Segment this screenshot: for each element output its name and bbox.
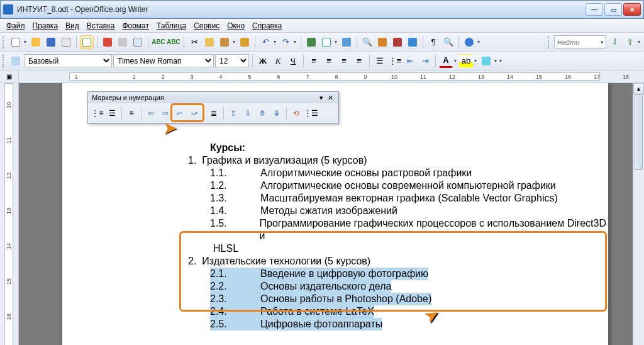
sublist-text: Цифровые фотоаппараты [260, 318, 382, 331]
bn-demote-button[interactable]: ⇨ [158, 106, 172, 120]
find-next-button[interactable]: ⇩ [608, 35, 621, 49]
menu-window[interactable]: Окно [223, 20, 248, 31]
toolbar-handle[interactable] [3, 36, 6, 48]
align-center-button[interactable]: ≡ [322, 54, 336, 68]
align-right-button[interactable]: ≡ [337, 54, 351, 68]
vertical-scrollbar[interactable]: ▲ ▼ [633, 83, 644, 345]
horizontal-ruler[interactable]: 1123456789101112131415161718 [69, 72, 600, 81]
find-prev-button[interactable]: ⇧ [623, 35, 636, 49]
bn-move-up-button[interactable]: ⇧ [226, 106, 240, 120]
toolbar-handle[interactable] [3, 55, 6, 67]
new-dropdown[interactable]: ▾ [24, 39, 28, 45]
bn-bullets-off-button[interactable]: ⋮≡ [91, 106, 104, 120]
hyperlink-button[interactable] [304, 35, 318, 49]
show-draw-button[interactable] [340, 35, 353, 49]
bullets-numbering-toolbar[interactable]: Маркеры и нумерация ▾ ✕ ⋮≡ ☰ ≡ ⇦ ⇨ ⤺ ⤻ ≣ [87, 91, 339, 124]
spellcheck-button[interactable]: ABC [152, 35, 165, 49]
redo-dropdown[interactable]: ▾ [294, 39, 297, 45]
italic-button[interactable]: К [271, 54, 285, 68]
find-toolbar-handle[interactable] [548, 36, 552, 48]
menu-insert[interactable]: Вставка [83, 20, 119, 31]
menu-file[interactable]: Файл [3, 20, 29, 31]
preview-button[interactable] [131, 35, 145, 49]
bn-restart-num-button[interactable]: ⟲ [289, 106, 303, 120]
scroll-up-button[interactable]: ▲ [633, 83, 644, 94]
menu-table[interactable]: Таблица [153, 20, 190, 31]
datasource-button[interactable] [406, 35, 419, 49]
bn-toolbar-title-bar[interactable]: Маркеры и нумерация ▾ ✕ [88, 92, 338, 103]
bgcolor-dropdown[interactable]: ▾ [494, 58, 498, 64]
cut-button[interactable]: ✂ [187, 35, 201, 49]
bn-jump-up-button[interactable]: ≡ [125, 106, 138, 120]
align-justify-button[interactable]: ≡ [352, 54, 366, 68]
font-color-dropdown[interactable]: ▾ [454, 58, 458, 64]
email-button[interactable] [59, 35, 73, 49]
nonprint-button[interactable]: ¶ [426, 35, 440, 49]
undo-dropdown[interactable]: ▾ [274, 39, 277, 45]
bn-toolbar-close-icon[interactable]: ✕ [326, 94, 335, 102]
print-button[interactable] [116, 35, 130, 49]
bold-button[interactable]: Ж [256, 54, 270, 68]
styles-button[interactable] [9, 54, 23, 68]
bn-promote-button[interactable]: ⇦ [144, 106, 158, 120]
bn-numbering-off-button[interactable]: ☰ [105, 106, 119, 120]
paste-dropdown[interactable]: ▾ [233, 39, 236, 45]
indent-dec-button[interactable]: ⇤ [403, 54, 417, 68]
bn-promote-sub-button[interactable]: ⤺ [173, 106, 187, 120]
highlight-dropdown[interactable]: ▾ [474, 58, 478, 64]
numbering-button[interactable]: ☰ [373, 54, 387, 68]
copy-button[interactable] [203, 35, 216, 49]
ruler-label: 1 [74, 74, 77, 80]
scroll-thumb[interactable] [635, 94, 643, 170]
bgcolor-button[interactable] [479, 54, 493, 68]
undo-button[interactable]: ↶ [258, 35, 272, 49]
formatting-more[interactable]: ▾ [499, 58, 503, 64]
redo-button[interactable]: ↷ [279, 35, 292, 49]
bn-move-down-sub-button[interactable]: ⤋ [270, 106, 284, 120]
export-pdf-button[interactable] [101, 35, 114, 49]
edit-doc-button[interactable] [80, 35, 94, 49]
restore-button[interactable]: ▭ [604, 3, 622, 16]
search-input[interactable] [555, 38, 599, 46]
font-size-select[interactable]: 12 [215, 54, 249, 67]
font-color-button[interactable]: A [439, 54, 453, 68]
align-left-button[interactable]: ≡ [307, 54, 321, 68]
underline-button[interactable]: Ч [286, 54, 300, 68]
vertical-ruler[interactable]: 1011121314151617 [0, 83, 19, 345]
highlight-button[interactable]: ab [459, 54, 473, 68]
bullets-button[interactable]: ⋮≡ [388, 54, 402, 68]
zoom-button[interactable]: 🔍 [441, 35, 455, 49]
table-dropdown[interactable]: ▾ [335, 39, 338, 45]
search-dropdown-icon[interactable]: ▾ [599, 39, 606, 45]
bn-dialog-button[interactable]: ⋮☰ [304, 106, 318, 120]
minimize-button[interactable]: — [586, 3, 603, 16]
help-button[interactable] [462, 35, 476, 49]
font-name-select[interactable]: Times New Roman [113, 54, 214, 67]
table-button[interactable] [319, 35, 333, 49]
format-paint-button[interactable] [238, 35, 252, 49]
find-more[interactable]: ▾ [638, 39, 641, 45]
gallery-button[interactable] [391, 35, 404, 49]
menu-view[interactable]: Вид [62, 20, 83, 31]
new-button[interactable] [9, 35, 23, 49]
indent-inc-button[interactable]: ⇥ [418, 54, 432, 68]
open-button[interactable] [29, 35, 43, 49]
find-button[interactable]: 🔍 [360, 35, 374, 49]
toolbar-more[interactable]: ▾ [477, 39, 481, 45]
close-button[interactable]: ✕ [623, 3, 641, 16]
autospell-button[interactable]: ABC [167, 35, 180, 49]
bn-move-down-button[interactable]: ⇩ [241, 106, 255, 120]
menu-tools[interactable]: Сервис [190, 20, 223, 31]
save-button[interactable] [44, 35, 58, 49]
menu-help[interactable]: Справка [248, 20, 286, 31]
bn-demote-sub-button[interactable]: ⤻ [187, 106, 201, 120]
navigator-button[interactable] [375, 35, 389, 49]
page[interactable]: Курсы: 1. Графика и визуализация (5 курс… [62, 83, 609, 345]
bn-toolbar-dropdown-icon[interactable]: ▾ [317, 94, 326, 102]
bn-move-up-sub-button[interactable]: ⤊ [255, 106, 269, 120]
paste-button[interactable] [218, 35, 231, 49]
menu-format[interactable]: Формат [118, 20, 153, 31]
paragraph-style-select[interactable]: Базовый [24, 54, 112, 67]
bn-insert-unnum-button[interactable]: ≣ [207, 106, 221, 120]
menu-edit[interactable]: Правка [29, 20, 62, 31]
